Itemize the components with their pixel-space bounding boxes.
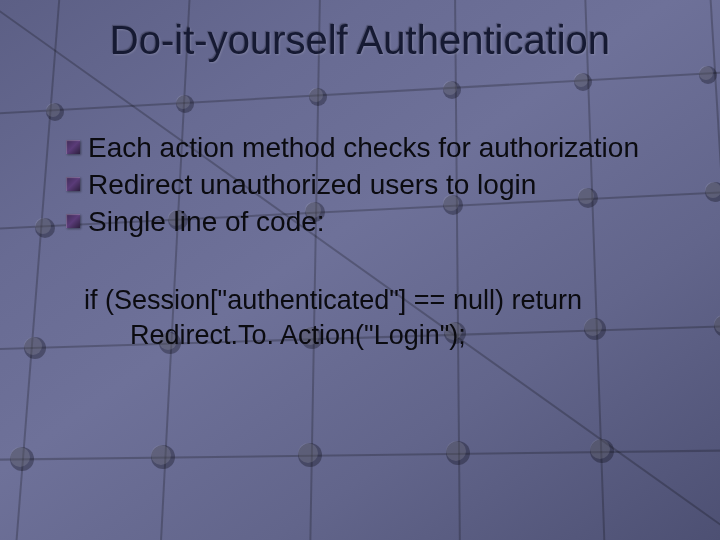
bullet-text: Single line of code: — [88, 204, 325, 239]
svg-point-39 — [574, 73, 588, 87]
slide-body: Each action method checks for authorizat… — [66, 130, 670, 353]
bullet-icon — [66, 214, 80, 228]
code-line: if (Session["authenticated"] == null) re… — [84, 283, 670, 318]
slide-title: Do-it-yourself Authentication — [0, 18, 720, 63]
svg-line-3 — [0, 450, 720, 460]
code-line: Redirect.To. Action("Login"); — [84, 318, 670, 353]
bullet-icon — [66, 140, 80, 154]
bullet-text: Each action method checks for authorizat… — [88, 130, 639, 165]
svg-line-9 — [710, 0, 720, 540]
svg-point-12 — [176, 95, 194, 113]
svg-point-11 — [46, 103, 64, 121]
svg-point-57 — [590, 439, 610, 459]
svg-point-53 — [10, 447, 30, 467]
bullet-icon — [66, 177, 80, 191]
svg-point-17 — [35, 218, 55, 238]
svg-point-55 — [298, 443, 318, 463]
svg-line-0 — [0, 70, 720, 115]
svg-point-46 — [705, 182, 720, 198]
code-block: if (Session["authenticated"] == null) re… — [84, 283, 670, 353]
bullet-item: Single line of code: — [66, 204, 670, 239]
svg-point-56 — [446, 441, 466, 461]
svg-point-33 — [590, 439, 614, 463]
bullet-item: Each action method checks for authorizat… — [66, 130, 670, 165]
slide: Do-it-yourself Authentication Each actio… — [0, 0, 720, 540]
svg-point-47 — [24, 337, 42, 355]
svg-point-23 — [24, 337, 46, 359]
svg-point-32 — [446, 441, 470, 465]
svg-point-37 — [309, 88, 323, 102]
svg-point-35 — [46, 103, 60, 117]
svg-point-41 — [35, 218, 51, 234]
svg-point-13 — [309, 88, 327, 106]
svg-point-31 — [298, 443, 322, 467]
svg-point-14 — [443, 81, 461, 99]
svg-point-52 — [714, 315, 720, 333]
svg-point-36 — [176, 95, 190, 109]
svg-point-40 — [699, 66, 713, 80]
svg-point-22 — [705, 182, 720, 202]
svg-point-28 — [714, 315, 720, 337]
svg-point-15 — [574, 73, 592, 91]
svg-point-38 — [443, 81, 457, 95]
svg-line-4 — [15, 0, 60, 540]
svg-point-29 — [10, 447, 34, 471]
bullet-text: Redirect unauthorized users to login — [88, 167, 536, 202]
svg-point-54 — [151, 445, 171, 465]
svg-point-16 — [699, 66, 717, 84]
svg-point-30 — [151, 445, 175, 469]
bullet-item: Redirect unauthorized users to login — [66, 167, 670, 202]
